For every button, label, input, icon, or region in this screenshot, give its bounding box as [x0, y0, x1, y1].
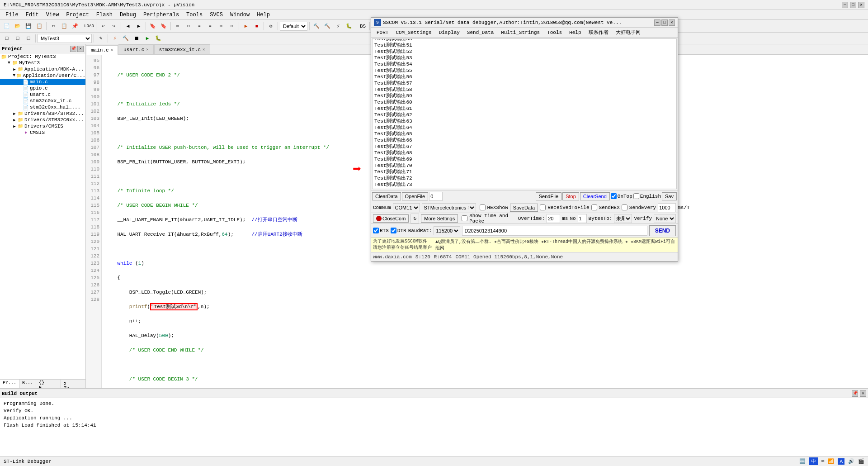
- send-every-checkbox[interactable]: [622, 204, 627, 210]
- maximize-button[interactable]: □: [850, 2, 856, 8]
- debug3-btn[interactable]: ≡: [194, 21, 204, 31]
- com-driver-select[interactable]: STMicroelectronics S: [422, 203, 476, 212]
- no-input[interactable]: [578, 214, 587, 223]
- tree-stm32-it[interactable]: 📄 stm32c0xx_it.c: [0, 98, 85, 104]
- save-data-btn[interactable]: SaveData: [510, 204, 538, 212]
- menu-item-project[interactable]: Project: [62, 11, 92, 19]
- sscom-menu-multistrings[interactable]: Multi_Strings: [497, 29, 543, 36]
- tree-app-user[interactable]: ▼ 📁 Application/User/C...: [0, 72, 85, 79]
- new-file-btn[interactable]: 📄: [2, 21, 12, 31]
- debug5-btn[interactable]: ⊞: [216, 21, 226, 31]
- byte-pos-select[interactable]: 未尾: [614, 214, 632, 223]
- stop-btn[interactable]: ■: [252, 21, 262, 31]
- menu-item-edit[interactable]: Edit: [22, 11, 42, 19]
- close-com-btn[interactable]: CloseCom: [373, 214, 409, 223]
- menu-item-help[interactable]: Help: [253, 11, 274, 19]
- tab-stm32-it[interactable]: stm32c0xx_it.c ✕: [154, 44, 210, 54]
- debug1-btn[interactable]: ⊞: [173, 21, 183, 31]
- tab-main-c[interactable]: main.c ✕: [86, 45, 118, 55]
- show-time-checkbox[interactable]: [462, 215, 467, 221]
- tab-templates[interactable]: ↄ Te...: [61, 380, 85, 388]
- hex-show-checkbox[interactable]: [480, 204, 486, 210]
- sscom-menu-senddata[interactable]: Send_Data: [463, 29, 497, 36]
- sscom-menu-tools[interactable]: Tools: [543, 29, 566, 36]
- tab-functions[interactable]: {} F...: [36, 380, 61, 388]
- refresh-btn[interactable]: ↻: [410, 214, 419, 223]
- tree-gpio-c[interactable]: 📄 gpio.c: [0, 85, 85, 91]
- sscom-maximize[interactable]: □: [661, 19, 668, 26]
- send-every-input[interactable]: [658, 203, 676, 212]
- load-btn[interactable]: LOAD: [84, 21, 94, 31]
- stop-btn-sscom[interactable]: Stop: [562, 192, 579, 200]
- sscom-minimize[interactable]: —: [654, 19, 660, 26]
- menu-item-window[interactable]: Window: [226, 11, 253, 19]
- rts-checkbox[interactable]: [373, 228, 379, 233]
- run-btn[interactable]: ▶: [241, 21, 251, 31]
- sscom-output[interactable]: Test测试输出48Test测试输出49Test测试输出50Test测试输出51…: [372, 38, 677, 189]
- sscom-menu-[interactable]: 大虾电子网: [612, 28, 644, 37]
- proj-btn1[interactable]: □: [2, 33, 12, 43]
- t2-btn1[interactable]: ✎: [96, 33, 106, 43]
- tree-mytest3[interactable]: ▼ 📁 MyTest3: [0, 60, 85, 66]
- proj-btn2[interactable]: □: [13, 33, 23, 43]
- tree-root[interactable]: 📁 Project: MyTest3: [0, 53, 85, 60]
- tab-usart-c[interactable]: usart.c ✕: [118, 44, 154, 54]
- copy-btn[interactable]: 📋: [59, 21, 69, 31]
- tab-usart-c-close[interactable]: ✕: [146, 47, 148, 52]
- tree-stm32drv[interactable]: ▶ 📁 Drivers/STM32C0xx...: [0, 117, 85, 123]
- sscom-menu-port[interactable]: PORT: [373, 29, 392, 36]
- tab-stm32-it-close[interactable]: ✕: [203, 47, 205, 52]
- paste-btn[interactable]: 📌: [70, 21, 80, 31]
- menu-item-debug[interactable]: Debug: [116, 11, 140, 19]
- tree-stm32-hal[interactable]: 📄 stm32c0xx_hal_...: [0, 104, 85, 110]
- forward-btn[interactable]: ▶: [134, 21, 144, 31]
- open-btn[interactable]: 📂: [13, 21, 23, 31]
- tab-books[interactable]: B...: [19, 380, 36, 388]
- menu-item-view[interactable]: View: [42, 11, 63, 19]
- open-file-btn[interactable]: OpenFile: [402, 192, 429, 200]
- on-top-checkbox[interactable]: [611, 193, 617, 199]
- panel-close-icon[interactable]: ✕: [77, 46, 84, 52]
- debug4-btn[interactable]: ≡: [205, 21, 215, 31]
- build-close-icon[interactable]: ✕: [860, 390, 866, 397]
- tab-project[interactable]: Pr...: [0, 380, 19, 388]
- send-data-input[interactable]: [462, 226, 647, 236]
- menu-item-flash[interactable]: Flash: [93, 11, 116, 19]
- panel-pin-icon[interactable]: 📌: [70, 46, 76, 52]
- tree-cmsis[interactable]: ♦ CMSIS: [0, 129, 85, 136]
- t2-debug2-btn[interactable]: 🐛: [153, 33, 163, 43]
- bookmark2-btn[interactable]: 🔖: [159, 21, 169, 31]
- tree-cmsis-folder[interactable]: ▶ 📁 Drivers/CMSIS: [0, 123, 85, 129]
- t2-build2-btn[interactable]: 🔨: [121, 33, 131, 43]
- clear-send-btn[interactable]: ClearSend: [580, 192, 610, 200]
- send-file-btn[interactable]: SendFile: [536, 192, 561, 200]
- window-controls[interactable]: — □ ✕: [842, 2, 864, 8]
- close-button[interactable]: ✕: [858, 2, 864, 8]
- send-hex-checkbox[interactable]: [591, 204, 597, 210]
- more-settings-btn[interactable]: More Settings: [421, 214, 458, 223]
- target-options-btn[interactable]: ⚙: [266, 21, 276, 31]
- save-all-btn[interactable]: 📋: [34, 21, 44, 31]
- send-button[interactable]: SEND: [649, 225, 676, 236]
- tree-usart-c[interactable]: 📄 usart.c: [0, 91, 85, 98]
- rebuild-btn[interactable]: 🔨: [322, 21, 332, 31]
- received-to-file-checkbox[interactable]: [540, 204, 546, 210]
- proj-btn3[interactable]: □: [24, 33, 33, 43]
- tree-bsp[interactable]: ▶ 📁 Drivers/BSP/STM32...: [0, 110, 85, 117]
- project-select[interactable]: MyTest3: [38, 34, 92, 43]
- over-time-input[interactable]: [547, 214, 560, 223]
- undo-btn[interactable]: ↩: [98, 21, 108, 31]
- debug-start-btn[interactable]: 🐛: [344, 21, 354, 31]
- save-btn-sscom[interactable]: Sav: [662, 192, 677, 200]
- sscom-menu-[interactable]: 联系作者: [585, 28, 612, 37]
- sscom-window-controls[interactable]: — □ ✕: [654, 19, 675, 26]
- cut-btn[interactable]: ✂: [48, 21, 58, 31]
- sscom-menu-display[interactable]: Display: [435, 29, 463, 36]
- tree-main-c[interactable]: 📄 main.c: [0, 79, 85, 85]
- menu-item-svcs[interactable]: SVCS: [206, 11, 226, 19]
- menu-item-file[interactable]: File: [2, 11, 22, 19]
- sscom-close[interactable]: ✕: [669, 19, 675, 26]
- open-file-input[interactable]: [429, 192, 443, 201]
- com-port-select[interactable]: COM11: [393, 203, 420, 212]
- english-checkbox[interactable]: [633, 193, 639, 199]
